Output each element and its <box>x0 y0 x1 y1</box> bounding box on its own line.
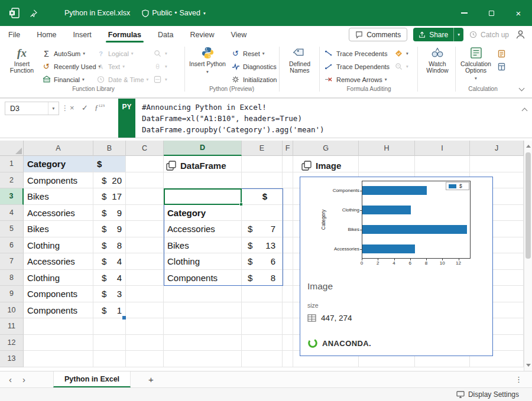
formula-input[interactable]: #Announcing Python in Excel! DataFrame=x… <box>142 102 514 135</box>
column-header-f[interactable]: F <box>283 141 293 156</box>
trace-precedents-label: Trace Precedents <box>336 50 387 57</box>
tab-review[interactable]: Review <box>181 26 222 43</box>
confirm-entry-button[interactable]: ✓ <box>82 103 88 112</box>
diagnostics-button[interactable]: Diagnostics <box>231 60 277 73</box>
worksheet-grid[interactable]: Category$Components$20Bikes$17Accessorie… <box>0 141 524 367</box>
column-header-a[interactable]: A <box>24 141 93 156</box>
share-icon <box>419 31 426 38</box>
name-box-dropdown[interactable]: ▾ <box>48 102 59 115</box>
trace-precedents-icon <box>324 49 334 58</box>
document-title: Python in Excel.xlsx <box>64 9 130 17</box>
trace-dependents-button[interactable]: Trace Dependents <box>324 60 390 73</box>
excel-window: Python in Excel.xlsx Public • Saved ▾ × … <box>0 0 532 401</box>
trace-precedents-button[interactable]: Trace Precedents <box>324 47 387 60</box>
catch-up-button[interactable]: Catch up <box>469 31 509 39</box>
pin-icon[interactable] <box>30 9 37 17</box>
account-icon[interactable] <box>515 29 526 40</box>
column-header-g[interactable]: G <box>293 141 359 156</box>
title-bar: Python in Excel.xlsx Public • Saved ▾ × <box>0 0 532 26</box>
add-sheet-button[interactable]: + <box>148 374 154 384</box>
privacy-badge[interactable]: Public <box>142 9 172 17</box>
tab-insert[interactable]: Insert <box>65 26 100 43</box>
formula-bar-expand-button[interactable] <box>523 105 527 115</box>
chevron-down-icon: ▾ <box>53 106 55 111</box>
insert-function-button[interactable]: fx Insert Function <box>6 45 38 83</box>
shield-icon <box>142 9 149 17</box>
lookup-reference-button[interactable]: ▾ <box>153 47 167 60</box>
maximize-button[interactable] <box>478 0 505 26</box>
logical-label: Logical <box>108 50 129 57</box>
calculation-options-icon <box>470 45 482 60</box>
logical-icon: ? <box>96 49 106 58</box>
error-checking-button[interactable]: ▾ <box>394 47 408 60</box>
insert-function-icon[interactable]: ƒ123 <box>95 103 105 112</box>
name-box-value: D3 <box>5 105 48 113</box>
tab-view[interactable]: View <box>222 26 255 43</box>
vertical-scrollbar[interactable] <box>524 141 532 371</box>
scrollbar-thumb[interactable] <box>525 152 531 259</box>
share-button[interactable]: Share ▾ <box>413 28 463 41</box>
tab-formulas[interactable]: Formulas <box>100 26 150 43</box>
catch-up-label: Catch up <box>481 31 509 39</box>
select-all-corner[interactable] <box>0 141 24 156</box>
insert-python-label: Insert Python <box>189 61 226 67</box>
display-settings-label: Display Settings <box>468 390 519 399</box>
close-button[interactable]: × <box>505 0 532 26</box>
tab-data[interactable]: Data <box>150 26 181 43</box>
initialization-button[interactable]: Initialization <box>231 73 277 86</box>
financial-label: Financial <box>54 76 80 83</box>
minimize-button[interactable] <box>450 0 478 26</box>
cancel-entry-button[interactable]: × <box>70 103 74 112</box>
chevron-down-icon: ▾ <box>203 11 206 16</box>
chevron-down-icon: ▾ <box>406 64 408 69</box>
remove-arrows-button[interactable]: Remove Arrows ▾ <box>324 73 387 86</box>
column-header-i[interactable]: I <box>415 141 470 156</box>
recently-used-icon: ↺ <box>41 62 51 71</box>
tab-home[interactable]: Home <box>28 26 64 43</box>
calculate-sheet-button[interactable] <box>497 60 507 73</box>
column-header-b[interactable]: B <box>93 141 126 156</box>
reset-button[interactable]: ↺ Reset ▾ <box>231 47 265 60</box>
logical-button[interactable]: ? Logical ▾ <box>96 47 134 60</box>
comments-button[interactable]: Comments <box>349 28 407 41</box>
sheet-nav-left[interactable]: ‹ <box>4 374 17 384</box>
formula-bar-drag-handle[interactable]: ⋮ <box>61 104 69 112</box>
sheet-tab-python-in-excel[interactable]: Python in Excel <box>53 371 131 387</box>
scroll-down-button[interactable] <box>524 361 532 370</box>
watch-window-button[interactable]: Watch Window <box>421 45 454 83</box>
column-header-c[interactable]: C <box>126 141 164 156</box>
evaluate-formula-button[interactable]: ▾ <box>394 60 408 73</box>
calculate-sheet-icon <box>497 62 507 71</box>
name-box[interactable]: D3 ▾ <box>5 102 59 115</box>
column-header-j[interactable]: J <box>470 141 524 156</box>
sheet-nav-right[interactable]: › <box>17 374 31 384</box>
tab-file[interactable]: File <box>0 26 28 43</box>
autosum-button[interactable]: Σ AutoSum ▾ <box>41 47 85 60</box>
recently-used-button[interactable]: ↺ Recently Used ▾ <box>41 60 100 73</box>
trace-dependents-label: Trace Dependents <box>336 63 390 70</box>
date-time-label: Date & Time <box>108 76 144 83</box>
evaluate-formula-icon <box>394 62 404 71</box>
diagnostics-label: Diagnostics <box>243 63 277 70</box>
share-dropdown[interactable]: ▾ <box>454 28 463 41</box>
text-button[interactable]: A Text ▾ <box>96 60 125 73</box>
calculation-options-button[interactable]: Calculation Options ▾ <box>459 45 493 83</box>
column-header-e[interactable]: E <box>242 141 283 156</box>
chevron-down-icon: ▾ <box>165 64 167 69</box>
collapse-ribbon-button[interactable] <box>520 82 524 93</box>
sheet-tab-more-button[interactable]: ⋮ <box>515 375 523 384</box>
date-time-button[interactable]: Date & Time ▾ <box>96 73 148 86</box>
defined-names-button[interactable]: Defined Names <box>283 45 317 83</box>
insert-python-button[interactable]: Insert Python ▾ <box>189 45 226 83</box>
scroll-up-button[interactable] <box>524 142 532 151</box>
more-functions-button[interactable]: ▾ <box>153 73 167 86</box>
minimize-icon <box>461 12 468 13</box>
financial-button[interactable]: Financial ▾ <box>41 73 85 86</box>
column-header-h[interactable]: H <box>359 141 415 156</box>
math-trig-button[interactable]: θ ▾ <box>153 60 167 73</box>
save-status[interactable]: Saved ▾ <box>179 9 205 17</box>
display-settings-button[interactable]: Display Settings <box>456 390 519 399</box>
calculate-now-button[interactable] <box>497 47 507 60</box>
column-header-d[interactable]: D <box>164 141 242 156</box>
watch-window-icon <box>431 45 444 60</box>
